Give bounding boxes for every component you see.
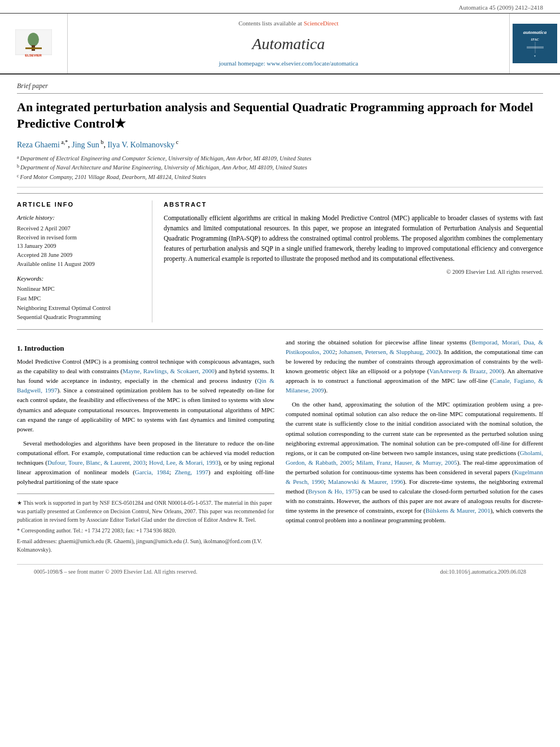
homepage-url[interactable]: www.elsevier.com/locate/automatica — [267, 60, 358, 67]
volume-info: Automatica 45 (2009) 2412–2418 — [459, 3, 543, 12]
abstract-header: ABSTRACT — [164, 200, 543, 209]
article-history: Article history: Received 2 April 2007 R… — [17, 213, 143, 268]
affiliation-2: b Department of Naval Architecture and M… — [17, 163, 543, 173]
article-info-abstract-section: ARTICLE INFO Article history: Received 2… — [17, 193, 543, 330]
ref-zheng[interactable]: Zheng, 1997 — [174, 469, 208, 475]
svg-text:ELSEVIER: ELSEVIER — [25, 54, 42, 57]
section1-right-para-0: and storing the obtained solution for pi… — [286, 338, 543, 395]
section1-para-1: Several methodologies and algorithms hav… — [17, 439, 274, 487]
author-1-name: Reza Ghaemi — [17, 141, 60, 149]
aff-1-sup: a — [17, 154, 19, 161]
journal-title-area: Contents lists available at ScienceDirec… — [68, 14, 509, 73]
history-label: Article history: — [17, 213, 143, 222]
aff-3-text: Ford Motor Company, 2101 Village Road, D… — [20, 173, 207, 182]
history-row-1: Received in revised form — [17, 233, 143, 242]
author-2-sup: b — [99, 139, 104, 145]
keyword-2: Neighboring Extremal Optimal Control — [17, 304, 143, 313]
ref-hovd[interactable]: Hovd, Lee, & Morari, 1993 — [149, 459, 218, 466]
affiliations: a Department of Electrical Engineering a… — [17, 154, 543, 187]
author-3-name: Ilya V. Kolmanovsky — [107, 141, 174, 149]
automatica-logo-arrow: ▼ — [533, 54, 536, 58]
automatica-logo-area: automatica IFAC ▼ — [509, 14, 560, 73]
footnote-1-text: * Corresponding author. Tel.: +1 734 272… — [17, 527, 176, 534]
footnotes-area: ★ This work is supported in part by NSF … — [17, 493, 274, 554]
history-row-2: 13 January 2009 — [17, 242, 143, 251]
article-info-column: ARTICLE INFO Article history: Received 2… — [17, 200, 152, 322]
ref-malanowski[interactable]: Malanowski & Maurer, 1996 — [328, 478, 403, 485]
keywords-section: Keywords: Nonlinear MPC Fast MPC Neighbo… — [17, 274, 143, 323]
ref-garcia[interactable]: Garcia, 1984 — [135, 469, 169, 475]
contents-text: Contents lists available at — [238, 20, 302, 27]
ref-kugelmann[interactable]: Kugelmann & Pesch, 1990 — [286, 469, 543, 485]
automatica-logo: automatica IFAC ▼ — [513, 24, 557, 63]
automatica-logo-sub: IFAC — [531, 37, 539, 42]
affiliation-3: c Ford Motor Company, 2101 Village Road,… — [17, 173, 543, 182]
keyword-1: Fast MPC — [17, 294, 143, 304]
ref-vanantwerp[interactable]: VanAntwerp & Braatz, 2000 — [430, 368, 502, 374]
volume-info-bar: Automatica 45 (2009) 2412–2418 — [0, 0, 560, 14]
section1-right-body: and storing the obtained solution for pi… — [286, 338, 543, 525]
automatica-logo-graphic — [527, 42, 544, 53]
footnote-1: * Corresponding author. Tel.: +1 734 272… — [17, 526, 274, 535]
affiliation-1: a Department of Electrical Engineering a… — [17, 154, 543, 164]
journal-header: ELSEVIER Contents lists available at Sci… — [0, 14, 560, 75]
keyword-3: Sequential Quadratic Programming — [17, 313, 143, 322]
journal-title: Automatica — [252, 33, 325, 55]
abstract-paragraph: Computationally efficient algorithms are… — [164, 213, 543, 264]
journal-homepage: journal homepage: www.elsevier.com/locat… — [219, 59, 358, 68]
ref-canale[interactable]: Canale, Fagiano, & Milanese, 2009 — [286, 377, 543, 394]
body-right-column: and storing the obtained solution for pi… — [286, 338, 543, 556]
aff-2-text: Department of Naval Architecture and Mar… — [20, 163, 307, 173]
ref-milam[interactable]: Milam, Franz, Hauser, & Murray, 2005 — [356, 459, 457, 466]
elsevier-emblem-svg: ELSEVIER — [15, 29, 52, 58]
ref-bulskens[interactable]: Bülskens & Maurer, 2001 — [426, 507, 491, 514]
history-row-4: Available online 11 August 2009 — [17, 260, 143, 269]
section1-title: 1. Introduction — [17, 343, 274, 353]
keywords-label: Keywords: — [17, 274, 143, 283]
history-row-3: Accepted 28 June 2009 — [17, 251, 143, 260]
body-two-col: 1. Introduction Model Predictive Control… — [17, 338, 543, 556]
elsevier-logo-area: ELSEVIER — [0, 14, 68, 73]
aff-2-sup: b — [17, 163, 19, 171]
abstract-text: Computationally efficient algorithms are… — [164, 213, 543, 264]
abstract-column: ABSTRACT Computationally efficient algor… — [164, 200, 543, 322]
elsevier-logo: ELSEVIER — [15, 29, 52, 58]
brief-paper-label: Brief paper — [17, 81, 543, 94]
aff-1-text: Department of Electrical Engineering and… — [20, 154, 312, 164]
body-left-column: 1. Introduction Model Predictive Control… — [17, 338, 274, 556]
section1-number: 1. — [17, 344, 23, 352]
section1-right-para-1: On the other hand, approximating the sol… — [286, 400, 543, 525]
content-area: Brief paper An integrated perturbation a… — [0, 81, 560, 579]
author-2-name: Jing Sun — [72, 141, 99, 149]
homepage-label: journal homepage: — [219, 60, 265, 67]
bottom-bar: 0005-1098/$ – see front matter © 2009 El… — [17, 564, 543, 579]
footnote-0: ★ This work is supported in part by NSF … — [17, 499, 274, 524]
keyword-0: Nonlinear MPC — [17, 285, 143, 294]
sciencedirect-link[interactable]: ScienceDirect — [304, 20, 339, 27]
paper-title: An integrated perturbation analysis and … — [17, 99, 543, 132]
issn-info: 0005-1098/$ – see front matter © 2009 El… — [34, 568, 197, 576]
contents-line: Contents lists available at ScienceDirec… — [238, 19, 338, 28]
history-row-0: Received 2 April 2007 — [17, 224, 143, 233]
automatica-logo-title: automatica — [523, 29, 547, 36]
article-info-header: ARTICLE INFO — [17, 200, 143, 209]
footnote-0-text: ★ This work is supported in part by NSF … — [17, 500, 274, 523]
authors-line: Reza Ghaemi a,*, Jing Sun b, Ilya V. Kol… — [17, 138, 543, 150]
ref-johansen[interactable]: Johansen, Petersen, & Slupphaug, 2002 — [339, 348, 439, 355]
author-3-sup: c — [174, 139, 178, 145]
aff-3-sup: c — [17, 173, 19, 180]
section1-para-0: Model Predictive Control (MPC) is a prom… — [17, 357, 274, 434]
doi-info: doi:10.1016/j.automatica.2009.06.028 — [440, 568, 526, 576]
ref-mayne[interactable]: Mayne, Rawlings, & Scokaert, 2000 — [123, 368, 215, 374]
svg-point-1 — [28, 33, 39, 46]
copyright-line: © 2009 Elsevier Ltd. All rights reserved… — [164, 268, 543, 277]
ref-bryson[interactable]: Bryson & Ho, 1975 — [308, 488, 358, 495]
section1-heading: Introduction — [24, 344, 64, 352]
footnote-2-text: E-mail addresses: ghaemi@umich.edu (R. G… — [17, 538, 262, 553]
ref-dufour[interactable]: Dufour, Toure, Blanc, & Laurent, 2003 — [47, 459, 146, 466]
ref-qin[interactable]: Qin & Badgwell, 1997 — [17, 377, 274, 394]
svg-rect-3 — [25, 47, 42, 49]
section1-body: Model Predictive Control (MPC) is a prom… — [17, 357, 274, 487]
footnote-2: E-mail addresses: ghaemi@umich.edu (R. G… — [17, 537, 274, 554]
author-1-sup: a,* — [60, 139, 68, 145]
